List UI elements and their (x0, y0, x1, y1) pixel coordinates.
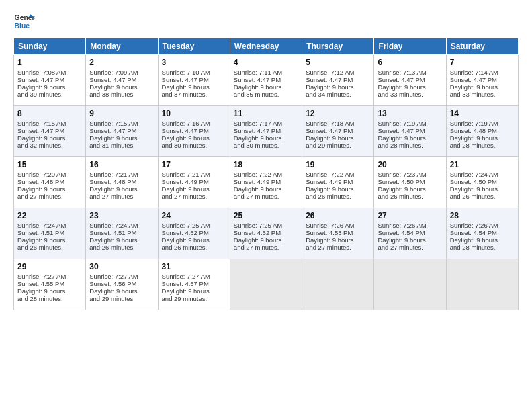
day-info: and 28 minutes. (17, 295, 82, 302)
day-info: Sunrise: 7:26 AM (450, 222, 515, 229)
calendar-cell (446, 259, 518, 310)
col-header-sunday: Sunday (14, 38, 86, 55)
calendar-cell: 11Sunrise: 7:17 AMSunset: 4:47 PMDayligh… (230, 106, 302, 157)
day-info: Sunset: 4:51 PM (89, 229, 154, 236)
day-number: 22 (17, 211, 82, 220)
calendar-cell: 26Sunrise: 7:26 AMSunset: 4:53 PMDayligh… (302, 208, 374, 259)
day-number: 28 (450, 211, 515, 220)
day-info: Sunrise: 7:22 AM (306, 171, 370, 178)
calendar-cell: 1Sunrise: 7:08 AMSunset: 4:47 PMDaylight… (14, 55, 86, 106)
day-info: and 32 minutes. (17, 142, 82, 149)
day-number: 13 (378, 109, 442, 118)
day-info: Sunrise: 7:19 AM (450, 120, 515, 127)
col-header-thursday: Thursday (302, 38, 374, 55)
calendar-cell: 16Sunrise: 7:21 AMSunset: 4:48 PMDayligh… (86, 157, 158, 208)
day-info: Sunrise: 7:13 AM (378, 68, 442, 76)
day-info: and 27 minutes. (89, 193, 154, 200)
day-number: 18 (234, 160, 298, 169)
day-info: Sunrise: 7:27 AM (89, 273, 154, 280)
day-number: 11 (234, 109, 298, 118)
day-info: Sunrise: 7:24 AM (89, 222, 154, 229)
day-info: Sunset: 4:54 PM (450, 229, 515, 236)
day-info: Sunset: 4:52 PM (234, 229, 298, 236)
day-number: 17 (162, 160, 226, 169)
logo: General Blue (13, 11, 35, 32)
day-info: Sunset: 4:54 PM (378, 229, 442, 236)
day-number: 20 (378, 160, 442, 169)
day-info: Daylight: 9 hours (89, 134, 154, 142)
day-info: and 26 minutes. (450, 193, 515, 200)
day-info: Daylight: 9 hours (306, 83, 370, 91)
day-info: Sunrise: 7:10 AM (162, 68, 226, 76)
day-info: and 39 minutes. (17, 91, 82, 98)
day-info: and 30 minutes. (162, 142, 226, 149)
col-header-saturday: Saturday (446, 38, 518, 55)
day-number: 21 (450, 160, 515, 169)
day-info: Sunrise: 7:23 AM (378, 171, 442, 178)
col-header-tuesday: Tuesday (158, 38, 230, 55)
day-info: and 29 minutes. (306, 142, 370, 149)
svg-text:Blue: Blue (15, 22, 30, 30)
day-info: and 33 minutes. (450, 91, 515, 98)
day-info: Sunrise: 7:08 AM (17, 68, 82, 76)
day-info: and 28 minutes. (378, 142, 442, 149)
day-number: 15 (17, 160, 82, 169)
day-info: Sunrise: 7:22 AM (234, 171, 298, 178)
day-number: 25 (234, 211, 298, 220)
day-info: Sunset: 4:48 PM (89, 178, 154, 185)
day-info: Sunrise: 7:16 AM (162, 120, 226, 127)
calendar-table: SundayMondayTuesdayWednesdayThursdayFrid… (13, 38, 519, 310)
day-number: 6 (378, 58, 442, 67)
day-info: and 27 minutes. (17, 193, 82, 200)
week-row-5: 29Sunrise: 7:27 AMSunset: 4:55 PMDayligh… (14, 259, 519, 310)
calendar-cell: 12Sunrise: 7:18 AMSunset: 4:47 PMDayligh… (302, 106, 374, 157)
calendar-cell: 31Sunrise: 7:27 AMSunset: 4:57 PMDayligh… (158, 259, 230, 310)
day-info: Daylight: 9 hours (162, 185, 226, 193)
day-info: Sunset: 4:49 PM (162, 178, 226, 185)
day-info: Sunrise: 7:11 AM (234, 68, 298, 76)
day-info: Sunset: 4:48 PM (17, 178, 82, 185)
day-info: Sunrise: 7:25 AM (162, 222, 226, 229)
day-info: Sunrise: 7:27 AM (162, 273, 226, 280)
calendar-cell: 30Sunrise: 7:27 AMSunset: 4:56 PMDayligh… (86, 259, 158, 310)
day-info: Daylight: 9 hours (17, 287, 82, 295)
day-info: Sunset: 4:53 PM (306, 229, 370, 236)
day-number: 31 (162, 262, 226, 271)
day-info: and 26 minutes. (89, 244, 154, 251)
day-info: Daylight: 9 hours (306, 236, 370, 244)
day-info: Sunset: 4:47 PM (89, 127, 154, 134)
day-info: Daylight: 9 hours (450, 134, 515, 142)
calendar-cell: 2Sunrise: 7:09 AMSunset: 4:47 PMDaylight… (86, 55, 158, 106)
day-info: Sunrise: 7:21 AM (162, 171, 226, 178)
day-info: Sunrise: 7:21 AM (89, 171, 154, 178)
calendar-cell: 29Sunrise: 7:27 AMSunset: 4:55 PMDayligh… (14, 259, 86, 310)
day-info: and 33 minutes. (378, 91, 442, 98)
col-header-wednesday: Wednesday (230, 38, 302, 55)
day-info: Sunrise: 7:24 AM (450, 171, 515, 178)
day-info: Sunset: 4:49 PM (306, 178, 370, 185)
day-info: Sunrise: 7:26 AM (378, 222, 442, 229)
calendar-cell: 18Sunrise: 7:22 AMSunset: 4:49 PMDayligh… (230, 157, 302, 208)
day-info: Sunrise: 7:19 AM (378, 120, 442, 127)
calendar-cell: 25Sunrise: 7:25 AMSunset: 4:52 PMDayligh… (230, 208, 302, 259)
day-number: 5 (306, 58, 370, 67)
page: General Blue SundayMondayTuesdayWednesda… (0, 0, 532, 411)
day-info: Sunset: 4:49 PM (234, 178, 298, 185)
day-number: 16 (89, 160, 154, 169)
day-info: Daylight: 9 hours (378, 83, 442, 91)
day-info: Sunrise: 7:26 AM (306, 222, 370, 229)
day-number: 9 (89, 109, 154, 118)
day-info: and 29 minutes. (89, 295, 154, 302)
day-info: and 26 minutes. (17, 244, 82, 251)
day-info: Daylight: 9 hours (306, 134, 370, 142)
day-info: and 27 minutes. (378, 244, 442, 251)
day-info: and 30 minutes. (234, 142, 298, 149)
day-info: Sunrise: 7:20 AM (17, 171, 82, 178)
day-info: Sunset: 4:47 PM (306, 127, 370, 134)
day-info: Sunset: 4:47 PM (378, 127, 442, 134)
day-info: Sunset: 4:47 PM (378, 76, 442, 83)
day-info: and 26 minutes. (306, 193, 370, 200)
calendar-cell (374, 259, 446, 310)
day-info: Daylight: 9 hours (17, 134, 82, 142)
day-number: 2 (89, 58, 154, 67)
